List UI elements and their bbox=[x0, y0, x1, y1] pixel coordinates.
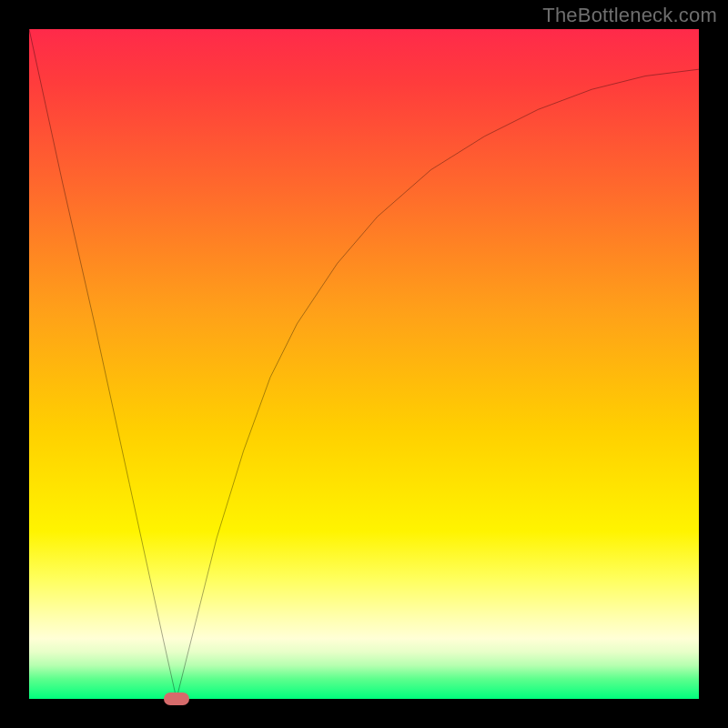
minimum-marker bbox=[164, 693, 189, 705]
curve-left-branch bbox=[29, 29, 177, 699]
plot-area bbox=[29, 29, 699, 699]
curve-right-branch bbox=[177, 69, 699, 699]
chart-frame: TheBottleneck.com bbox=[0, 0, 728, 728]
bottleneck-curve bbox=[29, 29, 699, 699]
watermark-text: TheBottleneck.com bbox=[542, 4, 717, 27]
